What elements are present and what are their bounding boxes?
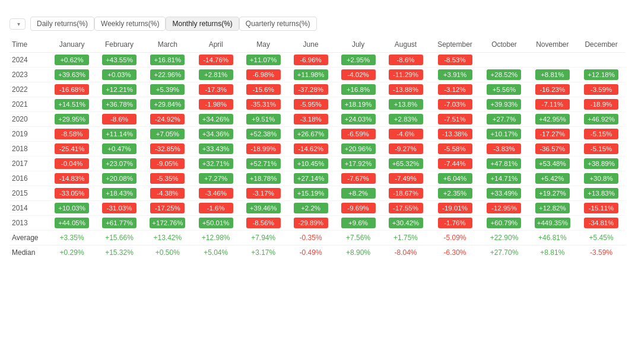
value-cell [481,53,528,68]
value-cell: +6.04% [429,171,480,186]
col-header-may: May [240,37,287,53]
value-cell: -17.27% [528,127,577,142]
value-cell: -3.83% [481,142,528,157]
value-cell: +12.18% [577,68,626,82]
value-cell: -15.11% [577,201,626,216]
footer-value: -3.59% [577,245,626,260]
value-cell: +2.95% [335,53,382,68]
footer-value: +15.32% [96,245,143,260]
value-cell: +24.03% [335,112,382,127]
value-cell: +0.62% [48,53,96,68]
value-cell: +33.49% [481,186,528,201]
footer-label: Median [9,245,48,260]
value-cell: -13.38% [429,127,480,142]
value-cell: -6.96% [287,53,335,68]
footer-value: +22.90% [481,231,528,245]
value-cell: +5.39% [143,82,192,97]
table-container: TimeJanuaryFebruaryMarchAprilMayJuneJuly… [9,37,626,260]
value-cell: +32.71% [192,157,240,171]
col-header-october: October [481,37,528,53]
value-cell: +11.14% [96,127,143,142]
value-cell: -16.68% [48,82,96,97]
value-cell: +13.83% [577,186,626,201]
value-cell: -8.53% [429,53,480,68]
tab-quarterly-returns---[interactable]: Quarterly returns(%) [239,17,317,31]
tab-monthly-returns---[interactable]: Monthly returns(%) [166,17,239,31]
table-row: 2019-8.58%+11.14%+7.05%+34.36%+52.38%+26… [9,127,626,142]
col-header-april: April [192,37,240,53]
value-cell: +7.05% [143,127,192,142]
col-header-september: September [429,37,480,53]
chevron-down-icon: ▾ [17,21,20,27]
value-cell: +42.95% [528,112,577,127]
footer-value: +5.45% [577,231,626,245]
value-cell: +29.84% [143,97,192,112]
value-cell: -37.28% [287,82,335,97]
footer-value: +0.29% [48,245,96,260]
value-cell: +50.01% [192,216,240,231]
value-cell: -15.6% [240,82,287,97]
value-cell: +36.78% [96,97,143,112]
value-cell: -5.95% [287,97,335,112]
footer-value: +3.17% [240,245,287,260]
value-cell: -35.31% [240,97,287,112]
value-cell: +33.43% [192,142,240,157]
value-cell: -4.38% [143,186,192,201]
value-cell [528,53,577,68]
value-cell: +18.43% [96,186,143,201]
value-cell: +14.71% [481,171,528,186]
value-cell [577,53,626,68]
value-cell: +34.26% [192,112,240,127]
value-cell: -5.15% [577,142,626,157]
value-cell: +34.36% [192,127,240,142]
col-header-december: December [577,37,626,53]
tab-weekly-returns---[interactable]: Weekly returns(%) [94,17,166,31]
value-cell: +61.77% [96,216,143,231]
footer-value: +5.04% [192,245,240,260]
value-cell: +23.07% [96,157,143,171]
value-cell: -16.23% [528,82,577,97]
footer-value: -8.04% [382,245,430,260]
year-cell: 2018 [9,142,48,157]
value-cell: -13.88% [382,82,430,97]
value-cell: -7.11% [528,97,577,112]
value-cell: +3.91% [429,68,480,82]
value-cell: -24.92% [143,112,192,127]
footer-value: -6.30% [429,245,480,260]
asset-selector[interactable]: ▾ [9,18,26,30]
value-cell: -7.44% [429,157,480,171]
tab-daily-returns---[interactable]: Daily returns(%) [30,17,94,31]
value-cell: -32.85% [143,142,192,157]
value-cell: -14.83% [48,171,96,186]
value-cell: +9.6% [335,216,382,231]
year-cell: 2019 [9,127,48,142]
value-cell: -17.3% [192,82,240,97]
footer-row: Average+3.35%+15.66%+13.42%+12.98%+7.94%… [9,231,626,245]
table-row: 2017-0.04%+23.07%-9.05%+32.71%+52.71%+10… [9,157,626,171]
table-row: 2016-14.83%+20.08%-5.35%+7.27%+18.78%+27… [9,171,626,186]
value-cell: -8.56% [240,216,287,231]
page: ▾ Daily returns(%)Weekly returns(%)Month… [0,0,635,364]
value-cell: +44.05% [48,216,96,231]
value-cell: +2.35% [429,186,480,201]
value-cell: -17.55% [382,201,430,216]
value-cell: -18.99% [240,142,287,157]
value-cell: +39.63% [48,68,96,82]
value-cell: +2.2% [287,201,335,216]
footer-value: +15.66% [96,231,143,245]
value-cell: +17.92% [335,157,382,171]
value-cell: +16.81% [143,53,192,68]
value-cell: -8.6% [382,53,430,68]
value-cell: +7.27% [192,171,240,186]
value-cell: -14.76% [192,53,240,68]
table-row: 2018-25.41%+0.47%-32.85%+33.43%-18.99%-1… [9,142,626,157]
value-cell: +10.03% [48,201,96,216]
table-row: 2020+29.95%-8.6%-24.92%+34.26%+9.51%-3.1… [9,112,626,127]
value-cell: +11.07% [240,53,287,68]
value-cell: +12.82% [528,201,577,216]
value-cell: +10.45% [287,157,335,171]
value-cell: +43.55% [96,53,143,68]
value-cell: +39.46% [240,201,287,216]
value-cell: +14.51% [48,97,96,112]
value-cell: +11.98% [287,68,335,82]
